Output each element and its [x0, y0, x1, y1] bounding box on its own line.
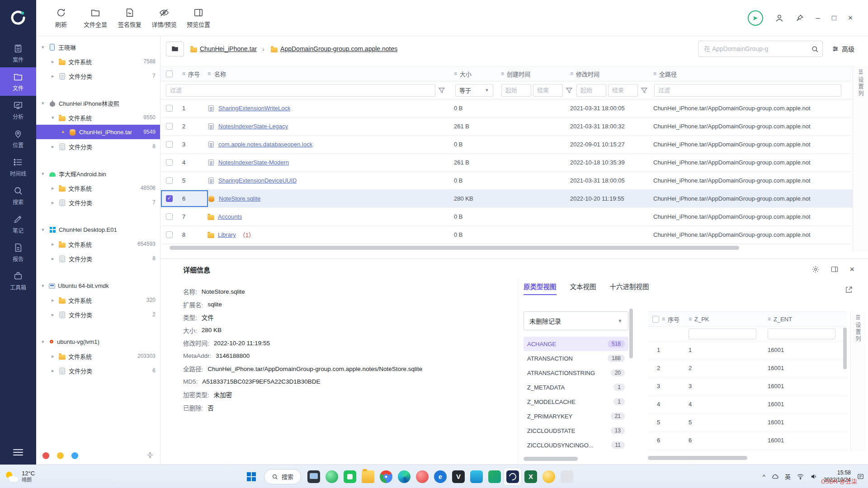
zpk-filter-input[interactable]: [689, 328, 756, 339]
taskbar-app-icon[interactable]: [467, 468, 486, 486]
tree-item[interactable]: ▸ 文件系统 48506: [36, 181, 160, 195]
size-operator-select[interactable]: 等于▼: [455, 84, 493, 97]
expander-icon[interactable]: ▾: [42, 227, 49, 233]
db-table-list-item[interactable]: Z_METADATA 1: [524, 380, 628, 394]
pin-icon[interactable]: [796, 14, 804, 22]
expander-icon[interactable]: ▾: [42, 171, 49, 177]
funnel-icon[interactable]: [641, 87, 648, 94]
sidebar-item-files[interactable]: 文件: [0, 67, 36, 96]
scrollbar-thumb[interactable]: [524, 457, 578, 461]
refresh-button[interactable]: 刷新: [46, 8, 76, 28]
tab-hex-view[interactable]: 十六进制视图: [610, 282, 649, 295]
row-checkbox[interactable]: [166, 123, 173, 130]
tree-item[interactable]: ▾ ChunHei iPhone林浚熙: [36, 96, 160, 110]
expander-icon[interactable]: ▸: [52, 256, 59, 262]
tree-item[interactable]: ▸ 文件分类 8: [36, 251, 160, 266]
taskbar-app-icon[interactable]: X: [522, 468, 540, 486]
db-record-row[interactable]: 1 1 16001: [648, 341, 847, 359]
signature-recovery-button[interactable]: 签名恢复: [115, 8, 145, 28]
close-details-icon[interactable]: ×: [849, 265, 854, 273]
show-hidden-icons[interactable]: ^: [763, 473, 765, 480]
taskbar-app-icon[interactable]: [540, 468, 558, 486]
header-ctime[interactable]: ≡创建时间: [501, 70, 570, 78]
expander-icon[interactable]: ▸: [52, 200, 59, 206]
db-table-list-item[interactable]: ZICCLOUDSTATE 13: [524, 423, 628, 438]
taskbar-app-icon[interactable]: [359, 468, 377, 486]
red-tag-dot[interactable]: [42, 452, 49, 459]
breadcrumb-item[interactable]: ChunHei_iPhone.tar: [190, 45, 257, 52]
advanced-search-button[interactable]: 高级: [832, 44, 854, 53]
tab-text-view[interactable]: 文本视图: [570, 282, 596, 295]
file-table-row[interactable]: 3 com.apple.notes.databaseopen.lock 0 B …: [160, 136, 853, 154]
column-settings-strip[interactable]: 设置列: [850, 311, 865, 451]
search-input[interactable]: [704, 45, 811, 52]
wifi-icon[interactable]: [797, 473, 804, 480]
expander-icon[interactable]: ▸: [52, 73, 59, 79]
taskbar-search[interactable]: 搜索: [264, 469, 301, 484]
feedback-icon[interactable]: [748, 10, 763, 26]
row-checkbox[interactable]: [166, 231, 173, 238]
taskbar-app-icon[interactable]: V: [449, 468, 467, 486]
ctime-end-input[interactable]: [533, 84, 563, 97]
db-table-list-item[interactable]: ATRANSACTIONSTRING 20: [524, 366, 628, 380]
row-checkbox[interactable]: [166, 105, 173, 112]
file-table-row[interactable]: 1 SharingExtensionWriteLock 0 B 2021-03-…: [160, 99, 853, 117]
breadcrumb-link[interactable]: ChunHei_iPhone.tar: [200, 45, 257, 52]
tree-item[interactable]: ▾ Ubuntu 64-bit.vmdk: [36, 278, 160, 293]
db-table-list-item[interactable]: Z_MODELCACHE 1: [524, 394, 628, 409]
taskbar-app-icon[interactable]: [486, 468, 504, 486]
sidebar-item-search[interactable]: 搜索: [0, 181, 36, 210]
db-table-list-item[interactable]: Z_PRIMARYKEY 21: [524, 409, 628, 423]
horizontal-scrollbar[interactable]: [160, 246, 853, 251]
expander-icon[interactable]: ▸: [52, 185, 59, 191]
expander-icon[interactable]: +: [61, 129, 69, 135]
open-in-window-icon[interactable]: [845, 286, 853, 295]
expander-icon[interactable]: ▾: [52, 115, 59, 121]
notification-icon[interactable]: [857, 473, 864, 480]
gear-icon[interactable]: [811, 265, 820, 273]
db-record-row[interactable]: 2 2 16001: [648, 359, 847, 377]
header-num[interactable]: ≡序号: [179, 70, 208, 78]
expander-icon[interactable]: ▸: [52, 353, 59, 359]
details-preview-button[interactable]: 详情/预览: [149, 8, 179, 28]
db-record-row[interactable]: 6 6 16001: [648, 432, 847, 450]
taskbar-app-icon[interactable]: [504, 468, 522, 486]
file-table-row[interactable]: 7 Accounts 0 B ChunHei_iPhone.tar/AppDom…: [160, 208, 853, 226]
mtime-start-input[interactable]: [576, 84, 606, 97]
taskbar-app-icon[interactable]: [377, 468, 395, 486]
tree-item[interactable]: ▸ 文件系统 203303: [36, 349, 160, 363]
cloud-icon[interactable]: [771, 473, 779, 480]
file-name-link[interactable]: NotesIndexerState-Legacy: [218, 123, 288, 130]
sidebar-item-case[interactable]: 案件: [0, 39, 36, 67]
tree-item[interactable]: ▸ 文件分类 8: [36, 139, 160, 154]
ctime-start-input[interactable]: [501, 84, 531, 97]
preview-position-button[interactable]: 预览位置: [184, 8, 213, 28]
header-size[interactable]: ≡大小: [454, 70, 501, 78]
select-all-checkbox[interactable]: [166, 70, 173, 77]
volume-icon[interactable]: [810, 473, 818, 480]
tree-item[interactable]: ▾ ubuntu-vg(lvm1): [36, 334, 160, 349]
select-all-checkbox[interactable]: [652, 316, 659, 323]
row-checkbox[interactable]: [166, 159, 173, 166]
expander-icon[interactable]: ▸: [52, 241, 59, 247]
sidebar-item-location[interactable]: 位置: [0, 124, 36, 153]
file-table-row[interactable]: 8 Library （1） 0 B ChunHei_iPhone.tar/App…: [160, 226, 853, 244]
sidebar-item-toolbox[interactable]: 工具箱: [0, 267, 36, 295]
funnel-icon[interactable]: [438, 87, 445, 94]
file-name-link[interactable]: NotesIndexerState-Modern: [218, 159, 289, 166]
zent-filter-input[interactable]: [768, 328, 835, 339]
expander-icon[interactable]: ▾: [42, 339, 49, 345]
tree-item[interactable]: ▸ 文件分类 2: [36, 307, 160, 322]
column-menu-icon[interactable]: ≡: [454, 70, 457, 77]
show-all-files-button[interactable]: 文件全显: [80, 8, 110, 28]
tree-item[interactable]: ▸ 文件分类 7: [36, 69, 160, 83]
expander-icon[interactable]: ▾: [42, 283, 49, 289]
root-folder-button[interactable]: [166, 42, 184, 56]
maximize-button[interactable]: □: [832, 14, 836, 22]
column-menu-icon[interactable]: ≡: [208, 70, 211, 77]
file-table-row[interactable]: 5 SharingExtensionDeviceUUID 0 B 2021-03…: [160, 172, 853, 190]
close-button[interactable]: ×: [848, 14, 853, 22]
taskbar-app-icon[interactable]: [341, 468, 359, 486]
row-checkbox[interactable]: [166, 213, 173, 220]
file-name-link[interactable]: NoteStore.sqlite: [219, 195, 261, 202]
